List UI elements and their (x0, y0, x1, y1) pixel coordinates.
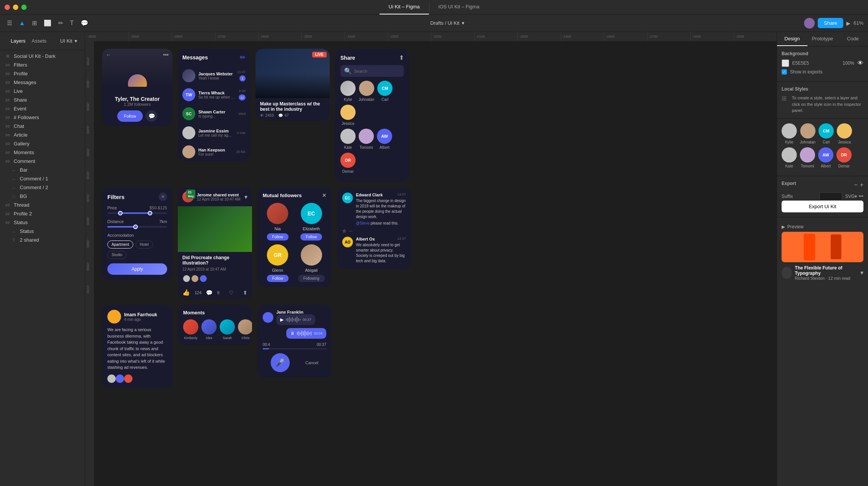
sidebar-item-status2[interactable]: --Status (0, 227, 85, 236)
tab-ios[interactable]: iOS UI Kit – Figma (429, 0, 489, 14)
post-attendees (178, 274, 252, 283)
heart-icon[interactable]: ♡ (229, 290, 234, 296)
sidebar-item-thread[interactable]: ##Thread (0, 201, 85, 209)
sidebar-item-profile2[interactable]: ##Profile 2 (0, 209, 85, 218)
sidebar-item-article[interactable]: ##Article (0, 131, 85, 139)
tag-studio[interactable]: Studio (107, 251, 126, 259)
nia-follow-button[interactable]: Follow (267, 233, 289, 241)
canvas-background: -3700 -3600 -3500 -3400 -3300 -3200 -310… (85, 41, 777, 486)
cursor-tool[interactable]: ▲ (17, 18, 27, 28)
compose-icon[interactable]: ✏ (240, 53, 246, 62)
filter-close-button[interactable]: ✕ (159, 193, 167, 201)
sidebar-item-bg[interactable]: □BG (0, 192, 85, 201)
expand-icon[interactable]: ▾ (244, 193, 247, 201)
preview-expand[interactable]: ▶ Preview (782, 222, 863, 232)
tab-design[interactable]: Design (777, 32, 807, 46)
export-button[interactable]: Export Ui Kit (782, 201, 863, 212)
share-search[interactable]: 🔍 (340, 65, 404, 77)
more-options-icon[interactable]: ••• (858, 194, 863, 199)
text-tool[interactable]: T (68, 18, 76, 28)
sidebar-item-comment2[interactable]: --Comment / 2 (0, 183, 85, 192)
sidebar-content: ⊞ Social UI Kit - Dark ##Filters ##Profi… (0, 50, 85, 486)
elizabeth-follow-button[interactable]: Follow (300, 233, 322, 241)
chevron-down-icon[interactable]: ▾ (860, 269, 863, 276)
tab-uikit[interactable]: Ui Kit – Figma (380, 0, 429, 14)
message-item[interactable]: Han Keepson For sure! 28 feb (178, 142, 250, 161)
tag-hotel[interactable]: Hotel (136, 241, 153, 249)
like-icon[interactable]: 👍 (182, 289, 190, 296)
share-export-icon[interactable]: ⬆ (399, 54, 404, 61)
cancel-button[interactable]: Cancel (305, 360, 318, 365)
sidebar-item-moments[interactable]: ##Moments (0, 148, 85, 157)
local-styles-title: Local Styles (782, 86, 863, 92)
sidebar-item-bar[interactable]: --Bar (0, 166, 85, 174)
chat-time2: 13:37 (397, 237, 406, 241)
message-item[interactable]: SC Shawn Carter Is typing... Wed (178, 104, 250, 123)
mutual-grid: Nia Follow EC Elizabeth Follow (263, 203, 326, 282)
distance-slider[interactable] (107, 226, 167, 228)
comment-icon[interactable]: 💬 (206, 290, 212, 296)
elizabeth-avatar: EC (301, 203, 322, 224)
minimize-button[interactable] (13, 5, 18, 10)
canvas[interactable]: -3000 -2900 -2800 -2700 -2600 -2500 -240… (85, 32, 777, 486)
shape-tool[interactable]: ⬜ (41, 18, 54, 28)
sidebar-item-share[interactable]: ##Share (0, 96, 85, 104)
close-button[interactable] (5, 5, 10, 10)
sidebar-item-shared[interactable]: T2 shared (0, 236, 85, 244)
message-button[interactable]: 💬 (146, 110, 157, 122)
sidebar-item-messages[interactable]: ##Messages (0, 78, 85, 87)
sidebar-item-gallery[interactable]: ##Gallery (0, 139, 85, 148)
sidebar-item-filters[interactable]: ##Filters (0, 61, 85, 69)
message-item[interactable]: Jacques Webster Yeah I know 11:47 1 (178, 66, 250, 85)
show-exports-checkbox[interactable]: ✓ (782, 69, 787, 75)
mic-button[interactable]: 🎤 (271, 353, 290, 372)
tab-prototype[interactable]: Prototype (807, 32, 838, 46)
share-button[interactable]: Share (818, 18, 843, 28)
sidebar-item-profile[interactable]: ##Profile (0, 69, 85, 78)
sidebar-item-chat[interactable]: ##Chat (0, 122, 85, 131)
chat-msg1: The biggest change in design in 2019 wil… (356, 198, 406, 220)
sidebar-item-event[interactable]: ##Event (0, 104, 85, 113)
mutual-close[interactable]: ✕ (322, 193, 326, 198)
slider-thumb-right[interactable] (148, 211, 152, 215)
sidebar-item-status[interactable]: ##Status (0, 218, 85, 227)
tab-code[interactable]: Code (838, 32, 868, 46)
comment-tool[interactable]: 💬 (78, 18, 91, 28)
bg-color-swatch[interactable] (782, 59, 789, 67)
share-icon[interactable]: ⬆ (243, 290, 247, 296)
glenn-follow-button[interactable]: Follow (267, 275, 289, 282)
price-slider[interactable] (107, 212, 167, 214)
pen-tool[interactable]: ✏ (56, 18, 65, 28)
add-export-button[interactable]: + (860, 182, 863, 188)
message-item[interactable]: TW Tierra Whack So hit me up when you're… (178, 85, 250, 104)
share-search-input[interactable] (354, 69, 407, 73)
sidebar-item-comment[interactable]: ##Comment (0, 157, 85, 166)
distance-thumb[interactable] (133, 225, 138, 229)
layers-tab[interactable]: Layers (8, 37, 29, 45)
sidebar-item-comment1[interactable]: --Comment / 1 (0, 174, 85, 183)
play-icon[interactable]: ▶ (280, 317, 284, 322)
message-item[interactable]: Jasmine Essim Let me call my agency 4 ma… (178, 123, 250, 142)
pause-icon[interactable]: ⏸ (290, 331, 295, 336)
sidebar-item-live[interactable]: ##Live (0, 87, 85, 96)
row-2: Filters ✕ Price $50-$125 (102, 187, 769, 299)
assets-tab[interactable]: Assets (29, 37, 49, 45)
follow-button[interactable]: Follow (117, 110, 143, 122)
remove-export-button[interactable]: − (854, 182, 857, 188)
preview-icon (782, 267, 792, 279)
fullscreen-button[interactable] (21, 5, 27, 10)
frame-tool[interactable]: ⊞ (30, 18, 39, 28)
abigail-following-button[interactable]: Following (298, 275, 325, 282)
tag-apartment[interactable]: Apartment (107, 241, 133, 249)
menu-button[interactable]: ☰ (5, 18, 14, 28)
ao-avatar: AO (342, 237, 353, 247)
sidebar-item-followers[interactable]: ### Followers (0, 113, 85, 122)
suffix-input[interactable] (819, 192, 842, 201)
star-icon[interactable]: ☆ (342, 228, 346, 234)
apply-button[interactable]: Apply (107, 263, 167, 275)
slider-thumb-left[interactable] (118, 211, 123, 215)
sidebar-item-root[interactable]: ⊞ Social UI Kit - Dark (0, 52, 85, 61)
kit-selector[interactable]: UI Kit ▾ (57, 37, 80, 45)
play-button[interactable]: ▶ (846, 20, 850, 26)
visibility-icon[interactable]: 👁 (857, 60, 863, 67)
